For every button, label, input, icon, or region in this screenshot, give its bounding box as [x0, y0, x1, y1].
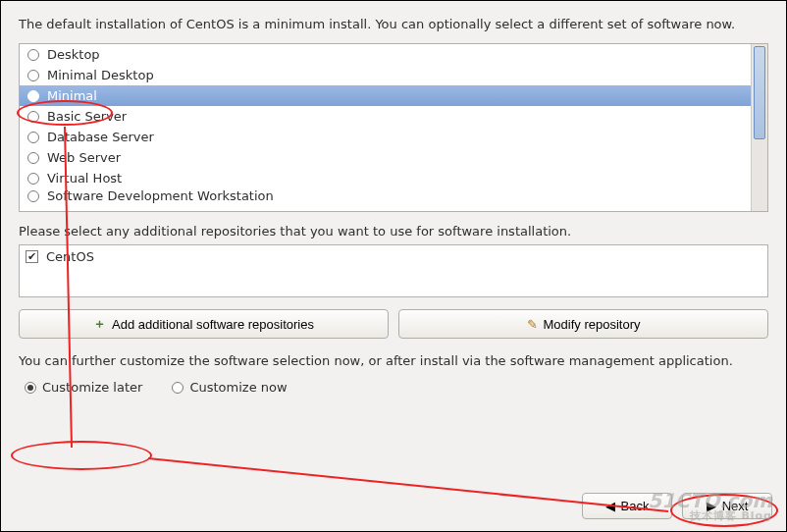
radio-icon: [25, 382, 36, 394]
modify-repo-label: Modify repository: [544, 317, 641, 332]
software-option-label: Virtual Host: [47, 171, 122, 186]
software-option-label: Web Server: [47, 150, 121, 165]
software-list: DesktopMinimal DesktopMinimalBasic Serve…: [19, 43, 768, 212]
checkbox-icon[interactable]: ✔: [26, 250, 38, 263]
plus-icon: ＋: [93, 315, 106, 333]
customize-now-radio[interactable]: Customize now: [172, 380, 287, 395]
radio-icon: [27, 190, 39, 202]
edit-icon: ✎: [527, 317, 538, 332]
next-label: Next: [722, 499, 749, 513]
software-option[interactable]: Virtual Host: [20, 168, 751, 188]
software-option-label: Database Server: [47, 130, 154, 144]
radio-icon: [27, 132, 39, 143]
software-option[interactable]: Database Server: [20, 127, 751, 147]
software-option-label: Software Development Workstation: [47, 188, 274, 203]
software-option[interactable]: Minimal Desktop: [20, 65, 751, 85]
software-option[interactable]: Web Server: [20, 147, 751, 168]
annotation-circle-customize-later: [11, 441, 152, 470]
customize-later-label: Customize later: [42, 380, 142, 395]
back-label: Back: [621, 499, 650, 513]
back-button[interactable]: ◀ Back: [582, 493, 672, 519]
radio-icon: [172, 382, 184, 394]
software-option-label: Minimal: [47, 88, 97, 103]
software-option[interactable]: Software Development Workstation: [20, 188, 751, 203]
repo-label: CentOS: [46, 249, 94, 264]
add-repo-button[interactable]: ＋ Add additional software repositories: [19, 309, 389, 339]
arrow-right-icon: ▶: [707, 499, 716, 513]
software-option-label: Desktop: [47, 47, 100, 62]
scrollbar[interactable]: [751, 44, 767, 211]
software-option[interactable]: Desktop: [20, 44, 751, 65]
radio-icon: [27, 152, 39, 164]
repo-list: ✔ CentOS: [19, 244, 768, 297]
software-option[interactable]: Basic Server: [20, 106, 751, 127]
scrollbar-thumb[interactable]: [754, 46, 765, 139]
software-option[interactable]: Minimal: [20, 85, 751, 106]
radio-icon: [27, 49, 39, 61]
radio-icon: [27, 111, 39, 123]
modify-repo-button[interactable]: ✎ Modify repository: [398, 309, 768, 339]
arrow-left-icon: ◀: [605, 499, 615, 513]
next-button[interactable]: ▶ Next: [682, 493, 772, 519]
repo-item-centos[interactable]: ✔ CentOS: [26, 249, 761, 264]
radio-icon: [27, 90, 39, 102]
repo-prompt: Please select any additional repositorie…: [19, 224, 768, 239]
customize-later-radio[interactable]: Customize later: [25, 380, 142, 395]
radio-icon: [27, 173, 39, 185]
add-repo-label: Add additional software repositories: [112, 317, 314, 332]
customize-text: You can further customize the software s…: [19, 352, 768, 370]
radio-icon: [27, 70, 39, 81]
intro-text: The default installation of CentOS is a …: [19, 16, 768, 33]
software-option-label: Basic Server: [47, 109, 127, 124]
customize-now-label: Customize now: [189, 380, 287, 395]
software-option-label: Minimal Desktop: [47, 68, 154, 82]
